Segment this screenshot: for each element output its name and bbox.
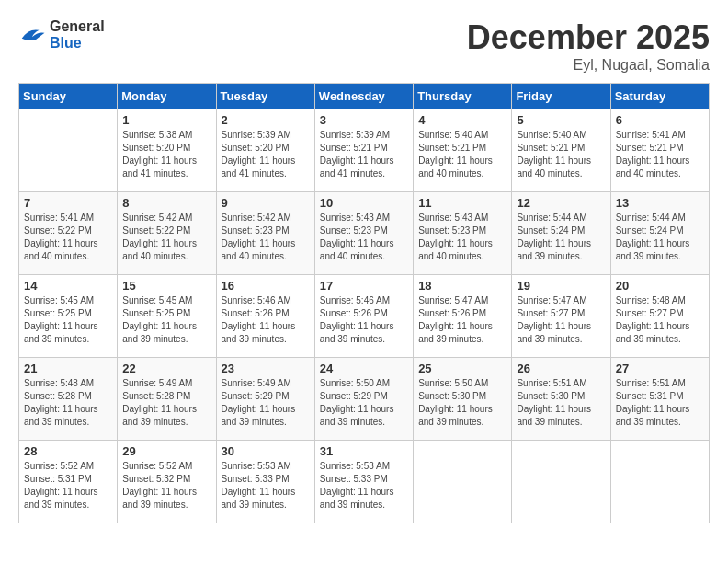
calendar-cell <box>512 441 610 523</box>
calendar-cell: 28Sunrise: 5:52 AMSunset: 5:31 PMDayligh… <box>19 441 118 523</box>
calendar-cell <box>19 109 118 192</box>
calendar-cell: 19Sunrise: 5:47 AMSunset: 5:27 PMDayligh… <box>512 275 610 358</box>
calendar-cell: 25Sunrise: 5:50 AMSunset: 5:30 PMDayligh… <box>414 358 512 441</box>
calendar-cell: 17Sunrise: 5:46 AMSunset: 5:26 PMDayligh… <box>314 275 413 358</box>
day-number: 21 <box>24 362 112 375</box>
calendar-cell: 15Sunrise: 5:45 AMSunset: 5:25 PMDayligh… <box>118 275 216 358</box>
cell-info: Sunrise: 5:42 AMSunset: 5:23 PMDaylight:… <box>222 212 310 263</box>
calendar-cell: 9Sunrise: 5:42 AMSunset: 5:23 PMDaylight… <box>216 192 314 275</box>
day-number: 15 <box>122 279 210 293</box>
calendar-cell: 6Sunrise: 5:41 AMSunset: 5:21 PMDaylight… <box>610 109 709 192</box>
calendar-cell: 29Sunrise: 5:52 AMSunset: 5:32 PMDayligh… <box>118 441 216 523</box>
day-number: 8 <box>122 196 210 210</box>
day-number: 13 <box>616 196 704 210</box>
day-number: 25 <box>418 362 506 375</box>
calendar-header-cell: Sunday <box>19 84 118 109</box>
calendar-cell: 20Sunrise: 5:48 AMSunset: 5:27 PMDayligh… <box>610 275 709 358</box>
month-title: December 2025 <box>467 18 710 57</box>
calendar-cell: 7Sunrise: 5:41 AMSunset: 5:22 PMDaylight… <box>19 192 118 275</box>
cell-info: Sunrise: 5:42 AMSunset: 5:22 PMDaylight:… <box>122 212 210 263</box>
cell-info: Sunrise: 5:40 AMSunset: 5:21 PMDaylight:… <box>517 129 605 180</box>
calendar-cell: 11Sunrise: 5:43 AMSunset: 5:23 PMDayligh… <box>414 192 512 275</box>
cell-info: Sunrise: 5:47 AMSunset: 5:26 PMDaylight:… <box>418 294 506 346</box>
calendar-week-row: 21Sunrise: 5:48 AMSunset: 5:28 PMDayligh… <box>19 358 710 441</box>
cell-info: Sunrise: 5:44 AMSunset: 5:24 PMDaylight:… <box>616 212 704 263</box>
cell-info: Sunrise: 5:45 AMSunset: 5:25 PMDaylight:… <box>122 294 210 346</box>
calendar-cell: 16Sunrise: 5:46 AMSunset: 5:26 PMDayligh… <box>216 275 314 358</box>
cell-info: Sunrise: 5:53 AMSunset: 5:33 PMDaylight:… <box>222 460 310 511</box>
calendar-cell: 22Sunrise: 5:49 AMSunset: 5:28 PMDayligh… <box>118 358 216 441</box>
cell-info: Sunrise: 5:47 AMSunset: 5:27 PMDaylight:… <box>517 294 605 346</box>
calendar-week-row: 1Sunrise: 5:38 AMSunset: 5:20 PMDaylight… <box>19 109 710 192</box>
cell-info: Sunrise: 5:49 AMSunset: 5:29 PMDaylight:… <box>222 377 310 429</box>
calendar-cell: 31Sunrise: 5:53 AMSunset: 5:33 PMDayligh… <box>314 441 413 523</box>
day-number: 11 <box>418 196 506 210</box>
calendar-body: 1Sunrise: 5:38 AMSunset: 5:20 PMDaylight… <box>19 109 710 523</box>
cell-info: Sunrise: 5:39 AMSunset: 5:21 PMDaylight:… <box>320 129 408 180</box>
day-number: 22 <box>122 362 210 375</box>
cell-info: Sunrise: 5:39 AMSunset: 5:20 PMDaylight:… <box>222 129 310 180</box>
calendar-header-cell: Friday <box>512 84 610 109</box>
day-number: 20 <box>616 279 704 293</box>
day-number: 14 <box>24 279 112 293</box>
cell-info: Sunrise: 5:48 AMSunset: 5:28 PMDaylight:… <box>24 377 112 429</box>
calendar-cell: 1Sunrise: 5:38 AMSunset: 5:20 PMDaylight… <box>118 109 216 192</box>
calendar-header-cell: Monday <box>118 84 216 109</box>
day-number: 10 <box>320 196 408 210</box>
calendar-cell: 12Sunrise: 5:44 AMSunset: 5:24 PMDayligh… <box>512 192 610 275</box>
cell-info: Sunrise: 5:50 AMSunset: 5:30 PMDaylight:… <box>418 377 506 429</box>
day-number: 17 <box>320 279 408 293</box>
day-number: 1 <box>122 113 210 127</box>
cell-info: Sunrise: 5:51 AMSunset: 5:31 PMDaylight:… <box>616 377 704 429</box>
calendar-cell: 23Sunrise: 5:49 AMSunset: 5:29 PMDayligh… <box>216 358 314 441</box>
calendar-cell: 2Sunrise: 5:39 AMSunset: 5:20 PMDaylight… <box>216 109 314 192</box>
day-number: 27 <box>616 362 704 375</box>
day-number: 29 <box>122 444 210 458</box>
day-number: 12 <box>517 196 605 210</box>
calendar-cell: 14Sunrise: 5:45 AMSunset: 5:25 PMDayligh… <box>19 275 118 358</box>
day-number: 5 <box>517 113 605 127</box>
cell-info: Sunrise: 5:43 AMSunset: 5:23 PMDaylight:… <box>320 212 408 263</box>
calendar-cell: 3Sunrise: 5:39 AMSunset: 5:21 PMDaylight… <box>314 109 413 192</box>
day-number: 2 <box>222 113 310 127</box>
day-number: 6 <box>616 113 704 127</box>
day-number: 28 <box>24 444 112 458</box>
calendar-header-cell: Thursday <box>414 84 512 109</box>
cell-info: Sunrise: 5:52 AMSunset: 5:32 PMDaylight:… <box>122 460 210 511</box>
day-number: 16 <box>222 279 310 293</box>
calendar-cell: 18Sunrise: 5:47 AMSunset: 5:26 PMDayligh… <box>414 275 512 358</box>
calendar-week-row: 14Sunrise: 5:45 AMSunset: 5:25 PMDayligh… <box>19 275 710 358</box>
day-number: 4 <box>418 113 506 127</box>
day-number: 31 <box>320 444 408 458</box>
day-number: 9 <box>222 196 310 210</box>
cell-info: Sunrise: 5:52 AMSunset: 5:31 PMDaylight:… <box>24 460 112 511</box>
calendar-cell: 27Sunrise: 5:51 AMSunset: 5:31 PMDayligh… <box>610 358 709 441</box>
calendar-cell: 24Sunrise: 5:50 AMSunset: 5:29 PMDayligh… <box>314 358 413 441</box>
day-number: 23 <box>222 362 310 375</box>
calendar-cell: 4Sunrise: 5:40 AMSunset: 5:21 PMDaylight… <box>414 109 512 192</box>
page-header: General Blue December 2025 Eyl, Nugaal, … <box>18 18 710 74</box>
day-number: 26 <box>517 362 605 375</box>
cell-info: Sunrise: 5:50 AMSunset: 5:29 PMDaylight:… <box>320 377 408 429</box>
day-number: 19 <box>517 279 605 293</box>
cell-info: Sunrise: 5:49 AMSunset: 5:28 PMDaylight:… <box>122 377 210 429</box>
calendar-header-row: SundayMondayTuesdayWednesdayThursdayFrid… <box>19 84 710 109</box>
logo-icon <box>18 24 46 46</box>
cell-info: Sunrise: 5:41 AMSunset: 5:21 PMDaylight:… <box>616 129 704 180</box>
cell-info: Sunrise: 5:43 AMSunset: 5:23 PMDaylight:… <box>418 212 506 263</box>
day-number: 24 <box>320 362 408 375</box>
calendar-header-cell: Saturday <box>610 84 709 109</box>
calendar-cell: 10Sunrise: 5:43 AMSunset: 5:23 PMDayligh… <box>314 192 413 275</box>
logo-text: General Blue <box>50 18 105 51</box>
day-number: 18 <box>418 279 506 293</box>
calendar-cell: 21Sunrise: 5:48 AMSunset: 5:28 PMDayligh… <box>19 358 118 441</box>
calendar-header-cell: Wednesday <box>314 84 413 109</box>
calendar-table: SundayMondayTuesdayWednesdayThursdayFrid… <box>18 83 710 523</box>
calendar-cell: 13Sunrise: 5:44 AMSunset: 5:24 PMDayligh… <box>610 192 709 275</box>
calendar-week-row: 28Sunrise: 5:52 AMSunset: 5:31 PMDayligh… <box>19 441 710 523</box>
day-number: 7 <box>24 196 112 210</box>
location: Eyl, Nugaal, Somalia <box>467 57 710 74</box>
cell-info: Sunrise: 5:48 AMSunset: 5:27 PMDaylight:… <box>616 294 704 346</box>
calendar-cell <box>414 441 512 523</box>
calendar-cell: 8Sunrise: 5:42 AMSunset: 5:22 PMDaylight… <box>118 192 216 275</box>
